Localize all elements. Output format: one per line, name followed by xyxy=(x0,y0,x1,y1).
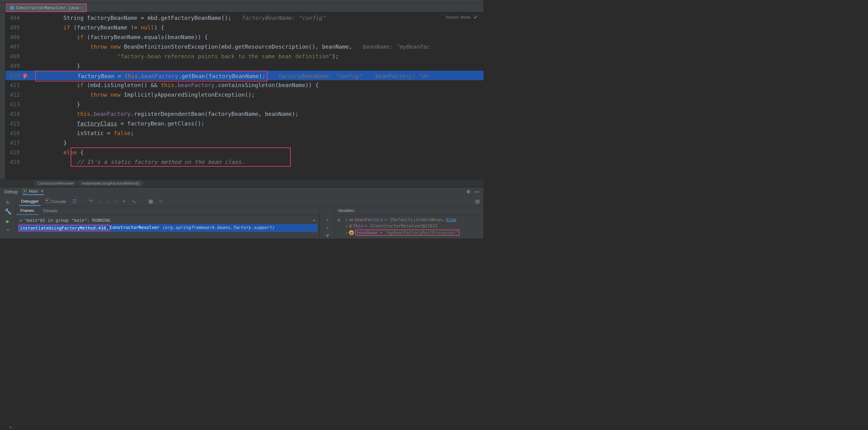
add-watch-icon[interactable]: + xyxy=(338,217,341,223)
check-icon: ✔ xyxy=(473,14,478,21)
gutter[interactable] xyxy=(23,138,37,147)
code-line[interactable]: 408 "factory-bean reference points back … xyxy=(6,52,484,61)
step-over-icon[interactable]: ↷ xyxy=(87,198,94,204)
line-number: 418 xyxy=(6,147,23,157)
code-content: else { xyxy=(37,147,484,157)
debug-tool-window: Debug: Main ✕ ⚙ — ↻ 🔧 ▶ » Debu xyxy=(0,187,484,238)
gutter[interactable] xyxy=(23,32,37,42)
wrench-icon[interactable]: 🔧 xyxy=(5,208,11,215)
breadcrumb[interactable]: ConstructorResolver instantiateUsingFact… xyxy=(0,179,484,187)
variable-row[interactable]: ›oobeanFactory = {DefaultListableBean… V… xyxy=(345,217,482,223)
frame-method: instantiateUsingFactoryMethod:410, xyxy=(19,225,110,231)
arrow-down-icon[interactable]: ↓ xyxy=(326,225,328,230)
code-line[interactable]: 409 } xyxy=(6,61,484,71)
gutter[interactable] xyxy=(23,52,37,61)
variables-title: Variables xyxy=(338,208,354,213)
more-icon[interactable]: » xyxy=(7,227,9,232)
gutter[interactable] xyxy=(23,109,37,119)
left-tool-strip[interactable] xyxy=(0,12,6,179)
code-line[interactable]: 413 } xyxy=(6,99,484,109)
code-content: String factoryBeanName = mbd.getFactoryB… xyxy=(37,13,484,23)
code-line[interactable]: 419 // It's a static factory method on t… xyxy=(6,157,484,167)
gutter[interactable] xyxy=(23,147,37,157)
gutter[interactable]: ✓ xyxy=(23,71,37,80)
line-number: 419 xyxy=(6,157,23,167)
thread-selector[interactable]: ✔"main"@1 in group "main": RUNNING ▾ xyxy=(18,217,317,224)
run-config-icon xyxy=(23,189,27,193)
tab-console[interactable]: Console xyxy=(44,196,68,206)
gutter[interactable] xyxy=(23,13,37,23)
stack-frame-row[interactable]: instantiateUsingFactoryMethod:410, Const… xyxy=(18,224,317,232)
close-icon[interactable]: ✕ xyxy=(81,6,83,10)
code-line[interactable]: 404 String factoryBeanName = mbd.getFact… xyxy=(6,13,484,23)
gutter[interactable] xyxy=(23,99,37,109)
line-number: 404 xyxy=(6,13,23,23)
code-content: } xyxy=(37,61,484,71)
run-config[interactable]: Main ✕ xyxy=(23,189,44,195)
crumb-class[interactable]: ConstructorResolver xyxy=(34,180,79,186)
layout-icon[interactable]: ☰ xyxy=(71,198,78,204)
code-line[interactable]: 407 throw new BeanDefinitionStoreExcepti… xyxy=(6,42,484,52)
step-into-icon[interactable]: ↓ xyxy=(97,199,102,204)
code-content: throw new BeanDefinitionStoreException(m… xyxy=(37,42,484,52)
variable-row[interactable]: ›pbeanName = "myBeanFactoryPostProcessor… xyxy=(345,229,482,236)
resume-icon[interactable]: ▶ xyxy=(6,218,10,224)
code-line[interactable]: 411 if (mbd.isSingleton() && this.beanFa… xyxy=(6,80,484,90)
code-content: } xyxy=(37,99,484,109)
tab-frames[interactable]: Frames xyxy=(16,207,38,215)
gutter[interactable] xyxy=(23,90,37,99)
gutter[interactable] xyxy=(23,42,37,52)
code-line[interactable]: 412 throw new ImplicitlyAppearedSingleto… xyxy=(6,90,484,99)
line-number: 406 xyxy=(6,32,23,42)
code-line[interactable]: 414 this.beanFactory.registerDependentBe… xyxy=(6,109,484,119)
variable-row[interactable]: ›≡this = {ConstructorResolver@2163} xyxy=(345,223,482,229)
force-step-into-icon[interactable]: ↓ xyxy=(105,199,110,204)
line-number: 408 xyxy=(6,52,23,61)
step-out-icon[interactable]: ↑ xyxy=(113,199,118,204)
gutter[interactable] xyxy=(23,61,37,71)
line-number: 415 xyxy=(6,119,23,128)
layout-settings-icon[interactable]: ▤ xyxy=(474,198,481,204)
tab-debugger[interactable]: Debugger xyxy=(19,197,40,206)
trace-icon[interactable]: ≋ xyxy=(157,198,164,204)
frame-class: ConstructorResolver xyxy=(110,225,160,231)
this-icon: ≡ xyxy=(349,223,351,228)
line-number: 412 xyxy=(6,90,23,99)
minimize-icon[interactable]: — xyxy=(475,189,479,194)
code-line[interactable]: 415 factoryClass = factoryBean.getClass(… xyxy=(6,119,484,128)
gutter[interactable] xyxy=(23,157,37,167)
code-content: if (mbd.isSingleton() && this.beanFactor… xyxy=(37,80,484,90)
line-number: 407 xyxy=(6,42,23,52)
close-icon[interactable]: ✕ xyxy=(40,189,44,194)
code-editor[interactable]: Reader Mode ✔ 404 String factoryBeanName… xyxy=(6,12,484,179)
filter-icon[interactable]: ⧩ xyxy=(326,233,329,238)
frame-package: (org.springframework.beans.factory.suppo… xyxy=(162,225,274,231)
line-number: 414 xyxy=(6,109,23,119)
code-line[interactable]: 410✓ factoryBean = this.beanFactory.getB… xyxy=(6,71,484,80)
rerun-icon[interactable]: ↻ xyxy=(6,199,10,205)
file-tab-constructorresolver[interactable]: ConstructorResolver.java ✕ xyxy=(6,3,87,12)
tab-threads[interactable]: Threads xyxy=(38,207,62,215)
gutter[interactable] xyxy=(23,23,37,32)
code-line[interactable]: 416 isStatic = false; xyxy=(6,128,484,138)
gutter[interactable] xyxy=(23,128,37,138)
frames-nav: ↑ ↓ ⧩ xyxy=(320,207,335,238)
gear-icon[interactable]: ⚙ xyxy=(466,189,470,194)
variables-panel: Variables + ›oobeanFactory = {DefaultLis… xyxy=(335,207,484,238)
code-line[interactable]: 406 if (factoryBeanName.equals(beanName)… xyxy=(6,32,484,42)
line-number: 411 xyxy=(6,80,23,90)
java-file-icon xyxy=(10,6,14,10)
evaluate-icon[interactable]: ▦ xyxy=(147,198,154,204)
line-number: 405 xyxy=(6,23,23,32)
code-line[interactable]: 405 if (factoryBeanName != null) { xyxy=(6,23,484,32)
arrow-up-icon[interactable]: ↑ xyxy=(326,217,328,222)
gutter[interactable] xyxy=(23,119,37,128)
crumb-method[interactable]: instantiateUsingFactoryMethod() xyxy=(79,180,145,186)
run-to-cursor-icon[interactable]: ↘I xyxy=(130,198,137,204)
drop-frame-icon[interactable]: ✶ xyxy=(121,199,127,203)
reader-mode-toggle[interactable]: Reader Mode ✔ xyxy=(446,14,478,21)
gutter[interactable] xyxy=(23,80,37,90)
check-icon: ✔ xyxy=(20,218,22,223)
code-line[interactable]: 417 } xyxy=(6,138,484,147)
code-line[interactable]: 418 else { xyxy=(6,147,484,157)
